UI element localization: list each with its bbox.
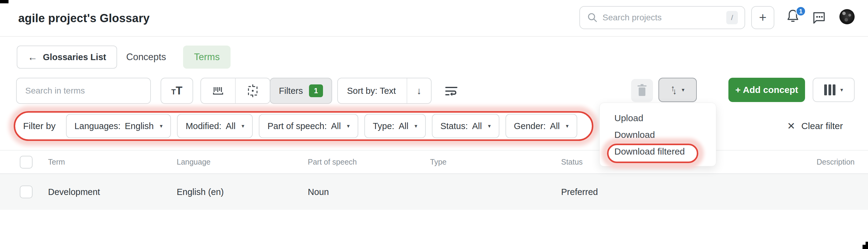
search-terms-input[interactable] bbox=[17, 86, 150, 96]
back-to-glossaries-button[interactable]: ← Glossaries List bbox=[17, 45, 117, 69]
column-header-part-of-speech: Part of speech bbox=[308, 157, 430, 167]
filter-value: All bbox=[399, 121, 408, 131]
wrap-text-icon bbox=[444, 84, 459, 98]
glossary-page: agile project's Glossary / + 1 ← Glossar… bbox=[0, 0, 868, 249]
barcode-view-button[interactable] bbox=[201, 78, 235, 103]
user-avatar[interactable] bbox=[839, 9, 855, 24]
chevron-down-icon: ▾ bbox=[160, 123, 162, 129]
tab-concepts[interactable]: Concepts bbox=[126, 45, 166, 69]
text-case-icon: TT bbox=[171, 84, 183, 97]
row-checkbox[interactable] bbox=[20, 185, 33, 198]
upload-download-menu-button[interactable]: ↑↓ ▾ bbox=[658, 78, 697, 102]
page-title: agile project's Glossary bbox=[18, 11, 150, 25]
search-shortcut-key: / bbox=[726, 11, 738, 24]
chevron-down-icon: ▾ bbox=[682, 86, 684, 93]
screenshot-corner-mark bbox=[0, 0, 8, 3]
wrap-text-button[interactable] bbox=[442, 81, 461, 101]
filter-label: Gender: bbox=[514, 121, 546, 131]
delete-button[interactable] bbox=[631, 79, 653, 102]
column-header-term: Term bbox=[48, 157, 177, 167]
filter-value: All bbox=[472, 121, 482, 131]
frame-icon bbox=[246, 84, 260, 98]
cell-part-of-speech: Noun bbox=[308, 187, 430, 197]
menu-item-download[interactable]: Download bbox=[600, 126, 716, 143]
close-icon: ✕ bbox=[787, 121, 795, 131]
filter-label: Part of speech: bbox=[267, 121, 327, 131]
screenshot-corner-mark bbox=[863, 245, 868, 249]
filter-modified[interactable]: Modified: All ▾ bbox=[177, 114, 253, 138]
sort-button[interactable]: Sort by: Text ↓ bbox=[337, 78, 432, 104]
chevron-down-icon: ▾ bbox=[488, 123, 491, 129]
cell-term: Development bbox=[48, 187, 177, 197]
search-terms-field[interactable] bbox=[16, 78, 151, 104]
filter-value: All bbox=[550, 121, 560, 131]
arrow-down-icon: ↓ bbox=[417, 85, 422, 97]
back-button-label: Glossaries List bbox=[43, 52, 106, 62]
chevron-down-icon: ▾ bbox=[566, 123, 569, 129]
chevron-down-icon: ▾ bbox=[242, 123, 244, 129]
filter-value: English bbox=[125, 121, 154, 131]
upload-download-menu: Upload Download Download filtered bbox=[599, 103, 716, 167]
chat-icon bbox=[811, 10, 826, 25]
filters-button[interactable]: Filters 1 bbox=[270, 78, 332, 104]
chevron-down-icon: ▾ bbox=[414, 123, 417, 129]
tab-terms[interactable]: Terms bbox=[183, 45, 230, 69]
barcode-icon bbox=[211, 84, 225, 98]
text-case-button[interactable]: TT bbox=[161, 78, 193, 104]
filter-label: Type: bbox=[373, 121, 395, 131]
filters-button-label: Filters bbox=[279, 86, 303, 96]
column-header-type: Type bbox=[430, 157, 561, 167]
create-new-button[interactable]: + bbox=[751, 6, 774, 29]
clear-filter-label: Clear filter bbox=[801, 121, 843, 131]
filter-label: Modified: bbox=[186, 121, 221, 131]
screenshot-corner-mark bbox=[866, 242, 868, 245]
notifications-button[interactable]: 1 bbox=[786, 8, 805, 28]
chevron-down-icon: ▾ bbox=[347, 123, 350, 129]
search-icon bbox=[587, 12, 598, 23]
notification-count-badge: 1 bbox=[796, 6, 806, 16]
clear-filter-button[interactable]: ✕ Clear filter bbox=[787, 117, 843, 135]
view-options-group bbox=[200, 78, 270, 104]
search-projects-field[interactable]: / bbox=[579, 6, 745, 29]
table-header-row: Term Language Part of speech Type Status… bbox=[0, 150, 868, 174]
segment-frame-button[interactable] bbox=[235, 78, 270, 103]
select-all-checkbox[interactable] bbox=[20, 156, 33, 169]
sort-direction-button[interactable]: ↓ bbox=[407, 78, 431, 103]
table-row[interactable]: Development English (en) Noun Preferred bbox=[0, 174, 868, 210]
add-concept-button[interactable]: + Add concept bbox=[728, 78, 805, 102]
sort-arrows-icon: ↑↓ bbox=[671, 85, 677, 95]
filter-bar-annotation: Filter by Languages: English ▾ Modified:… bbox=[14, 111, 593, 141]
feedback-button[interactable] bbox=[811, 10, 826, 25]
filters-count-badge: 1 bbox=[309, 84, 323, 97]
cell-language: English (en) bbox=[177, 187, 308, 197]
cell-status: Preferred bbox=[561, 187, 692, 197]
sort-button-label: Sort by: Text bbox=[338, 78, 407, 103]
menu-item-download-filtered[interactable]: Download filtered bbox=[600, 143, 716, 160]
filter-value: All bbox=[331, 121, 341, 131]
chevron-down-icon: ▾ bbox=[840, 86, 843, 93]
column-header-language: Language bbox=[177, 157, 308, 167]
column-header-description: Description bbox=[692, 157, 855, 167]
menu-item-upload[interactable]: Upload bbox=[600, 110, 716, 126]
columns-button[interactable]: ▾ bbox=[813, 78, 855, 102]
filter-status[interactable]: Status: All ▾ bbox=[432, 114, 499, 138]
trash-icon bbox=[636, 84, 648, 97]
columns-icon bbox=[824, 84, 835, 95]
terms-table: Term Language Part of speech Type Status… bbox=[0, 150, 868, 210]
filter-type[interactable]: Type: All ▾ bbox=[364, 114, 426, 138]
filter-by-label: Filter by bbox=[23, 121, 56, 131]
search-projects-input[interactable] bbox=[602, 13, 726, 23]
filter-label: Status: bbox=[440, 121, 468, 131]
filter-value: All bbox=[226, 121, 236, 131]
filter-part-of-speech[interactable]: Part of speech: All ▾ bbox=[259, 114, 358, 138]
filter-label: Languages: bbox=[74, 121, 121, 131]
filter-languages[interactable]: Languages: English ▾ bbox=[66, 114, 171, 138]
app-header: agile project's Glossary / + 1 bbox=[0, 0, 868, 37]
filter-gender[interactable]: Gender: All ▾ bbox=[505, 114, 577, 138]
back-arrow-icon: ← bbox=[28, 52, 37, 62]
